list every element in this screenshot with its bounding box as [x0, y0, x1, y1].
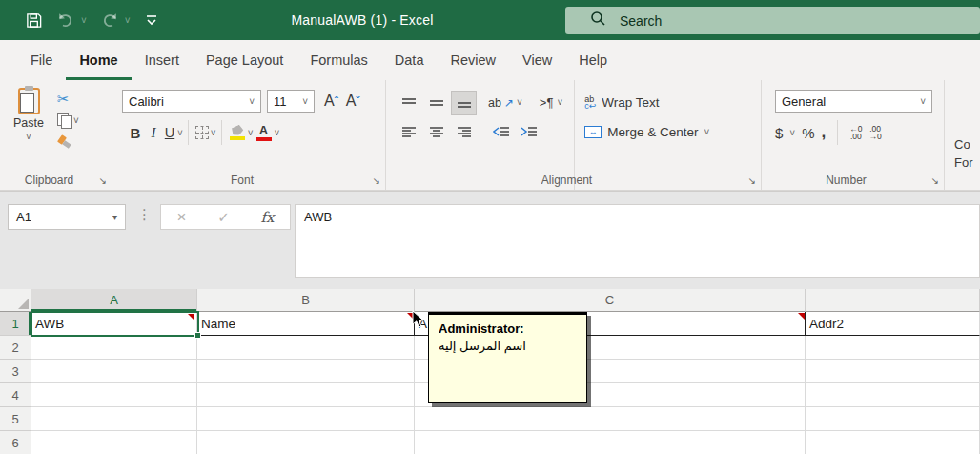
font-size-select[interactable]: 11 ˅ — [267, 90, 315, 113]
tab-page-layout[interactable]: Page Layout — [193, 40, 296, 80]
name-box-dropdown-icon[interactable]: ▾ — [112, 212, 117, 222]
tab-home[interactable]: Home — [66, 40, 131, 80]
undo-icon[interactable] — [56, 11, 75, 29]
column-header-c[interactable]: C — [415, 289, 806, 312]
cell-b3[interactable] — [197, 360, 415, 383]
fill-color-dropdown-icon[interactable]: ˅ — [248, 128, 254, 138]
text-direction-button[interactable]: >¶˅ — [540, 95, 562, 110]
alignment-dialog-launcher-icon[interactable]: ↘ — [748, 176, 756, 186]
customize-qat-icon[interactable] — [144, 12, 159, 28]
font-name-dropdown-icon: ˅ — [249, 96, 255, 107]
increase-decimal-button[interactable]: ←0.00 — [849, 125, 862, 140]
tab-data[interactable]: Data — [381, 40, 438, 80]
cell-b4[interactable] — [197, 383, 415, 407]
row-header-6[interactable]: 6 — [0, 431, 31, 454]
cell-b5[interactable] — [197, 407, 415, 431]
tab-insert[interactable]: Insert — [132, 40, 193, 80]
shrink-font-button[interactable]: Aˇ — [346, 93, 360, 110]
increase-indent-button[interactable] — [516, 120, 541, 145]
column-header-d[interactable] — [806, 289, 980, 312]
cell-a3[interactable] — [31, 360, 197, 383]
row-header-2[interactable]: 2 — [0, 336, 31, 360]
conditional-formatting-button[interactable]: Co For — [954, 135, 980, 172]
paste-button[interactable]: Paste ˅ — [6, 88, 51, 151]
formula-input[interactable]: AWB — [295, 204, 980, 278]
align-bottom-button[interactable] — [451, 91, 477, 115]
redo-icon[interactable] — [100, 11, 119, 29]
clipboard-dialog-launcher-icon[interactable]: ↘ — [99, 176, 107, 186]
font-name-select[interactable]: Calibri ˅ — [122, 90, 261, 113]
cell-d2[interactable] — [806, 336, 980, 360]
tab-formulas[interactable]: Formulas — [296, 40, 380, 80]
cell-a1[interactable]: AWB — [31, 312, 197, 336]
tab-help[interactable]: Help — [565, 40, 621, 80]
borders-dropdown-icon[interactable]: ˅ — [211, 128, 216, 138]
cell-c5[interactable] — [415, 407, 806, 431]
wrap-text-button[interactable]: abc↩ Wrap Text — [584, 88, 709, 117]
cancel-icon[interactable]: × — [176, 208, 186, 227]
cell-d4[interactable] — [806, 383, 980, 407]
font-color-dropdown-icon[interactable]: ˅ — [275, 128, 280, 138]
align-center-button[interactable] — [423, 120, 449, 145]
insert-function-icon[interactable]: fx — [261, 209, 275, 226]
paste-dropdown-icon[interactable]: ˅ — [26, 132, 31, 142]
cell-b2[interactable] — [197, 336, 415, 360]
align-middle-button[interactable] — [423, 91, 449, 115]
cell-b6[interactable] — [197, 431, 415, 454]
tab-view[interactable]: View — [509, 40, 565, 80]
bold-button[interactable]: B — [126, 125, 145, 141]
percent-button[interactable]: % — [802, 125, 814, 141]
merge-center-button[interactable]: ↔ Merge & Center ˅ — [584, 117, 709, 147]
cell-a4[interactable] — [31, 383, 197, 407]
borders-icon[interactable] — [195, 126, 209, 139]
row-header-3[interactable]: 3 — [0, 360, 31, 383]
row-header-5[interactable]: 5 — [0, 407, 31, 431]
cell-d5[interactable] — [806, 407, 980, 431]
undo-dropdown-icon[interactable]: ˅ — [81, 15, 87, 26]
font-color-icon[interactable]: A — [255, 125, 273, 141]
cell-b1[interactable]: Name — [197, 312, 415, 336]
decrease-indent-button[interactable] — [488, 120, 514, 145]
copy-button[interactable]: ˅ — [57, 112, 79, 129]
row-header-4[interactable]: 4 — [0, 383, 31, 407]
cell-d3[interactable] — [806, 360, 980, 383]
name-box-value: A1 — [16, 210, 31, 224]
font-dialog-launcher-icon[interactable]: ↘ — [373, 176, 380, 186]
orientation-button[interactable]: ab↗˅ — [488, 96, 522, 110]
search-input[interactable]: Search — [565, 7, 980, 34]
redo-dropdown-icon[interactable]: ˅ — [125, 15, 131, 26]
currency-dropdown-icon[interactable]: ˅ — [789, 128, 795, 138]
currency-button[interactable]: $ — [775, 125, 783, 141]
cell-c6[interactable] — [415, 431, 806, 454]
fill-color-icon[interactable] — [229, 126, 246, 140]
format-painter-button[interactable] — [57, 134, 79, 151]
align-right-button[interactable] — [451, 120, 477, 145]
underline-button[interactable]: U — [162, 125, 177, 140]
column-header-a[interactable]: A — [31, 289, 197, 312]
decrease-decimal-button[interactable]: .00→0 — [869, 125, 882, 140]
cell-d6[interactable] — [806, 431, 980, 454]
cell-a2[interactable] — [31, 336, 197, 360]
align-top-button[interactable] — [396, 91, 421, 115]
column-header-b[interactable]: B — [197, 289, 415, 312]
italic-button[interactable]: I — [145, 125, 162, 141]
underline-dropdown-icon[interactable]: ˅ — [177, 128, 183, 138]
tab-file[interactable]: File — [17, 40, 66, 80]
select-all-corner[interactable] — [0, 289, 31, 312]
cell-a6[interactable] — [31, 431, 197, 454]
row-header-1[interactable]: 1 — [0, 312, 31, 336]
comma-style-button[interactable]: , — [822, 123, 827, 142]
save-icon[interactable] — [25, 11, 43, 30]
formula-bar-splitter[interactable]: ⋮ — [137, 206, 152, 223]
cut-button[interactable]: ✂ — [57, 90, 79, 107]
cell-a5[interactable] — [31, 407, 197, 431]
name-box[interactable]: A1 ▾ — [8, 204, 126, 230]
grow-font-button[interactable]: Aˆ — [324, 93, 338, 110]
cell-d1[interactable]: Addr2 — [806, 312, 980, 336]
tab-review[interactable]: Review — [437, 40, 509, 80]
enter-icon[interactable]: ✓ — [217, 209, 230, 226]
number-dialog-launcher-icon[interactable]: ↘ — [931, 176, 939, 186]
copy-dropdown-icon[interactable]: ˅ — [73, 115, 79, 126]
align-left-button[interactable] — [396, 120, 421, 145]
number-format-select[interactable]: General ˅ — [775, 90, 932, 113]
